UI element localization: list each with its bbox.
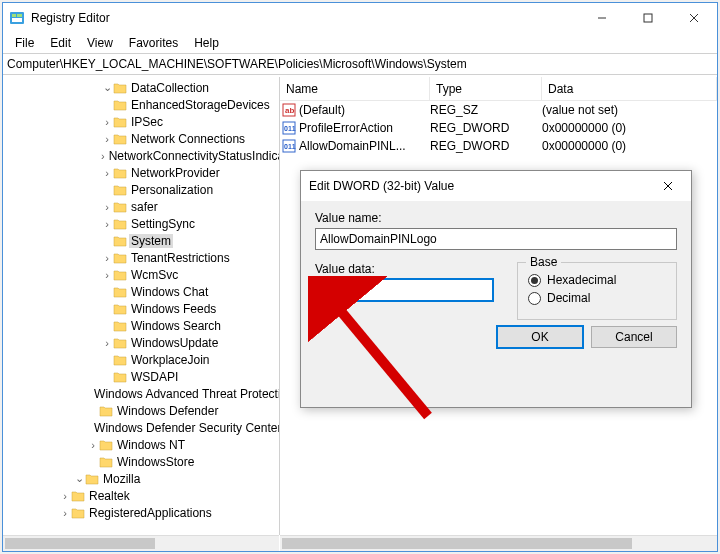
svg-rect-5 (644, 14, 652, 22)
window-controls (579, 3, 717, 33)
value-name-label: Value name: (315, 211, 677, 225)
svg-text:011: 011 (284, 143, 296, 150)
tree-item[interactable]: ›RegisteredApplications (3, 504, 279, 521)
titlebar: Registry Editor (3, 3, 717, 33)
svg-rect-2 (17, 14, 22, 17)
radio-dec-btn (528, 292, 541, 305)
tree-item[interactable]: ›TenantRestrictions (3, 249, 279, 266)
svg-rect-1 (12, 14, 16, 17)
menu-help[interactable]: Help (186, 34, 227, 52)
value-row[interactable]: 011AllowDomainPINL...REG_DWORD0x00000000… (280, 137, 717, 155)
value-name-field[interactable] (315, 228, 677, 250)
tree-item[interactable]: ›IPSec (3, 113, 279, 130)
address-text: Computer\HKEY_LOCAL_MACHINE\SOFTWARE\Pol… (7, 57, 467, 71)
dialog-titlebar: Edit DWORD (32-bit) Value (301, 171, 691, 201)
tree-item[interactable]: ›Realtek (3, 487, 279, 504)
menu-favorites[interactable]: Favorites (121, 34, 186, 52)
col-type[interactable]: Type (430, 77, 542, 100)
tree-item[interactable]: ›Network Connections (3, 130, 279, 147)
tree-item[interactable]: ›WcmSvc (3, 266, 279, 283)
value-row[interactable]: ab(Default)REG_SZ(value not set) (280, 101, 717, 119)
value-data-field[interactable] (315, 279, 493, 301)
tree-pane: ⌄DataCollection·EnhancedStorageDevices›I… (3, 77, 279, 535)
svg-text:011: 011 (284, 125, 296, 132)
minimize-button[interactable] (579, 3, 625, 33)
base-label: Base (526, 255, 561, 269)
maximize-button[interactable] (625, 3, 671, 33)
svg-text:ab: ab (285, 106, 294, 115)
tree-item[interactable]: ⌄Mozilla (3, 470, 279, 487)
radio-dec-label: Decimal (547, 291, 590, 305)
radio-hex-label: Hexadecimal (547, 273, 616, 287)
menu-view[interactable]: View (79, 34, 121, 52)
tree-hscroll[interactable] (3, 535, 279, 551)
tree-item[interactable]: ›NetworkConnectivityStatusIndicator (3, 147, 279, 164)
menu-file[interactable]: File (7, 34, 42, 52)
radio-hex[interactable]: Hexadecimal (528, 273, 666, 287)
ok-button[interactable]: OK (497, 326, 583, 348)
tree-item[interactable]: ·WSDAPI (3, 368, 279, 385)
tree-item[interactable]: ›Windows NT (3, 436, 279, 453)
list-hscroll[interactable] (280, 535, 717, 551)
tree-item[interactable]: ·Windows Defender Security Center (3, 419, 279, 436)
values-list[interactable]: ab(Default)REG_SZ(value not set)011Profi… (280, 101, 717, 155)
value-row[interactable]: 011ProfileErrorActionREG_DWORD0x00000000… (280, 119, 717, 137)
col-data[interactable]: Data (542, 77, 717, 100)
address-bar[interactable]: Computer\HKEY_LOCAL_MACHINE\SOFTWARE\Pol… (3, 53, 717, 75)
tree-item[interactable]: ›SettingSync (3, 215, 279, 232)
tree-item[interactable]: ·WorkplaceJoin (3, 351, 279, 368)
tree-item[interactable]: ·Windows Advanced Threat Protection (3, 385, 279, 402)
tree-item[interactable]: ⌄DataCollection (3, 79, 279, 96)
menubar: File Edit View Favorites Help (3, 33, 717, 53)
tree-item[interactable]: ·WindowsStore (3, 453, 279, 470)
tree-item[interactable]: ·Windows Chat (3, 283, 279, 300)
radio-dec[interactable]: Decimal (528, 291, 666, 305)
tree-item[interactable]: ·Windows Defender (3, 402, 279, 419)
tree-item[interactable]: ·Personalization (3, 181, 279, 198)
tree-item[interactable]: ›NetworkProvider (3, 164, 279, 181)
app-icon (9, 10, 25, 26)
col-name[interactable]: Name (280, 77, 430, 100)
radio-hex-btn (528, 274, 541, 287)
dialog-close-button[interactable] (653, 171, 683, 201)
svg-rect-3 (12, 18, 22, 22)
value-data-label: Value data: (315, 262, 493, 276)
tree-item[interactable]: ·Windows Feeds (3, 300, 279, 317)
tree-item[interactable]: ·Windows Search (3, 317, 279, 334)
tree-item[interactable]: ›safer (3, 198, 279, 215)
menu-edit[interactable]: Edit (42, 34, 79, 52)
tree-item[interactable]: ›WindowsUpdate (3, 334, 279, 351)
tree-item[interactable]: ·System (3, 232, 279, 249)
registry-tree[interactable]: ⌄DataCollection·EnhancedStorageDevices›I… (3, 77, 279, 535)
close-button[interactable] (671, 3, 717, 33)
edit-dword-dialog: Edit DWORD (32-bit) Value Value name: Va… (300, 170, 692, 408)
values-header: Name Type Data (280, 77, 717, 101)
base-group: Base Hexadecimal Decimal (517, 262, 677, 320)
dialog-title: Edit DWORD (32-bit) Value (309, 179, 454, 193)
cancel-button[interactable]: Cancel (591, 326, 677, 348)
window-title: Registry Editor (31, 11, 110, 25)
tree-item[interactable]: ·EnhancedStorageDevices (3, 96, 279, 113)
